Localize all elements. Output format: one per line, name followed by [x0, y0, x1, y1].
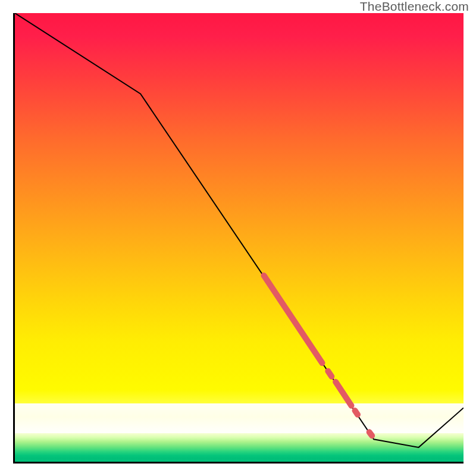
highlight-segment [369, 432, 372, 436]
watermark-text: TheBottleneck.com [360, 0, 469, 14]
highlight-segment [328, 371, 331, 377]
chart-frame: TheBottleneck.com [0, 0, 476, 476]
highlight-segment [264, 275, 322, 363]
chart-svg [15, 13, 464, 462]
bottleneck-curve [15, 13, 464, 447]
plot-area [13, 13, 464, 464]
highlight-segment [355, 411, 358, 415]
highlight-group [264, 275, 372, 436]
highlight-segment [336, 382, 351, 406]
